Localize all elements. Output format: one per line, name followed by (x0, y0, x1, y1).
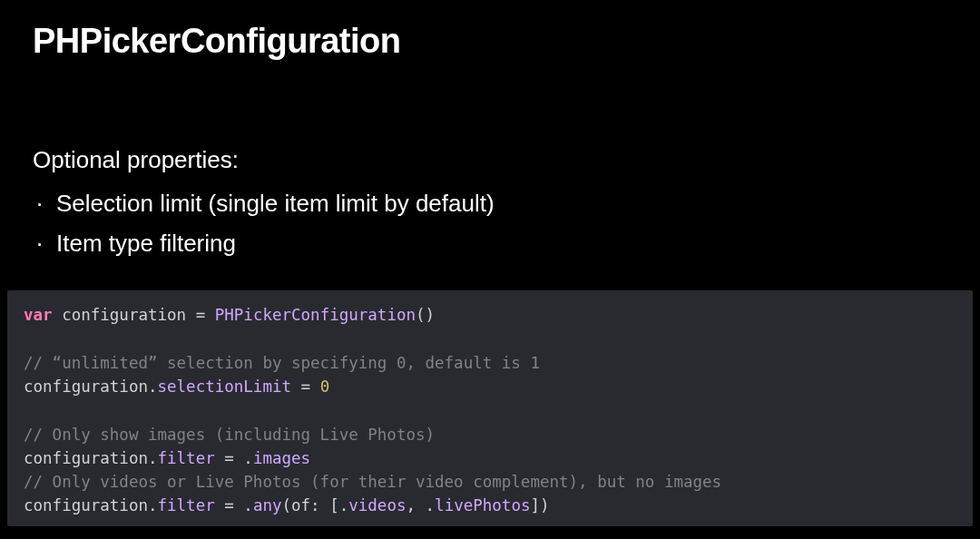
bullet-list: Selection limit (single item limit by de… (0, 183, 980, 263)
code-token: configuration. (24, 449, 158, 467)
code-block: var configuration = PHPickerConfiguratio… (7, 290, 973, 526)
code-token: livePhotos (435, 496, 530, 514)
code-token: any (253, 496, 282, 514)
code-token: filter (158, 496, 215, 514)
slide: PHPickerConfiguration Optional propertie… (0, 0, 980, 539)
code-token: configuration. (24, 377, 158, 396)
slide-subhead: Optional properties: (0, 146, 980, 174)
code-token: images (253, 449, 310, 467)
code-token: = . (215, 449, 253, 467)
code-token: () (416, 306, 435, 324)
code-token: var (24, 306, 53, 324)
code-token: filter (158, 449, 215, 467)
slide-title: PHPickerConfiguration (0, 22, 980, 61)
code-token: configuration. (24, 496, 158, 514)
code-token: // Only show images (including Live Phot… (24, 426, 435, 444)
bullet-item: Selection limit (single item limit by de… (33, 183, 980, 223)
code-token: configuration = (53, 306, 215, 324)
bullet-item: Item type filtering (33, 223, 980, 263)
code-token: = . (215, 496, 253, 514)
code-token: PHPickerConfiguration (215, 306, 416, 324)
code-token: 0 (320, 377, 330, 396)
code-token: = (291, 377, 320, 396)
code-token: (of: [. (282, 496, 349, 514)
code-token: selectionLimit (158, 377, 292, 396)
code-token: , . (406, 496, 435, 514)
code-token: // Only videos or Live Photos (for their… (24, 473, 721, 491)
code-token: // “unlimited” selection by specifying 0… (24, 354, 540, 372)
code-token: videos (348, 496, 406, 514)
code-token: ]) (530, 496, 549, 514)
